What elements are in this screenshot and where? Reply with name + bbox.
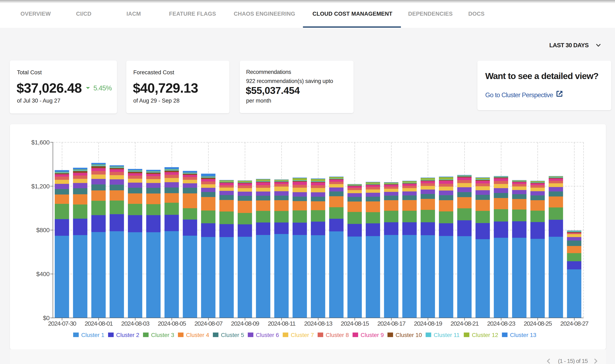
svg-text:Cluster 2: Cluster 2 [116, 332, 139, 338]
svg-text:Cluster 13: Cluster 13 [510, 332, 536, 338]
svg-text:2024-08-13: 2024-08-13 [304, 320, 333, 327]
svg-text:2024-08-17: 2024-08-17 [377, 320, 406, 327]
svg-text:$800: $800 [36, 227, 50, 233]
svg-text:Cluster 10: Cluster 10 [395, 332, 422, 338]
svg-text:2024-08-01: 2024-08-01 [84, 320, 113, 327]
svg-text:Cluster 1: Cluster 1 [81, 332, 104, 338]
svg-text:2024-08-27: 2024-08-27 [560, 320, 588, 327]
svg-text:Cluster 12: Cluster 12 [472, 332, 498, 338]
svg-text:2024-08-07: 2024-08-07 [195, 320, 223, 327]
svg-text:$1,200: $1,200 [31, 183, 50, 190]
svg-text:2024-08-11: 2024-08-11 [268, 320, 295, 327]
svg-text:Cluster 9: Cluster 9 [361, 332, 384, 338]
svg-text:Cluster 6: Cluster 6 [256, 332, 279, 338]
svg-text:Cluster 4: Cluster 4 [186, 332, 209, 338]
svg-text:Cluster 7: Cluster 7 [291, 332, 314, 338]
svg-text:Cluster 5: Cluster 5 [221, 332, 244, 338]
svg-text:$400: $400 [36, 271, 50, 277]
svg-text:Cluster 11: Cluster 11 [434, 332, 460, 338]
svg-text:Cluster 8: Cluster 8 [326, 332, 349, 338]
svg-text:2024-08-05: 2024-08-05 [158, 320, 186, 327]
svg-text:2024-08-23: 2024-08-23 [487, 320, 515, 327]
svg-text:2024-08-09: 2024-08-09 [231, 320, 259, 327]
svg-text:2024-08-21: 2024-08-21 [450, 320, 479, 327]
svg-text:Cluster 3: Cluster 3 [151, 332, 174, 338]
svg-text:2024-08-03: 2024-08-03 [121, 320, 150, 327]
svg-text:2024-08-15: 2024-08-15 [341, 320, 369, 327]
svg-text:2024-08-25: 2024-08-25 [524, 320, 552, 327]
svg-text:2024-07-30: 2024-07-30 [48, 320, 76, 327]
svg-text:2024-08-19: 2024-08-19 [414, 320, 442, 327]
svg-text:$1,600: $1,600 [31, 139, 50, 146]
